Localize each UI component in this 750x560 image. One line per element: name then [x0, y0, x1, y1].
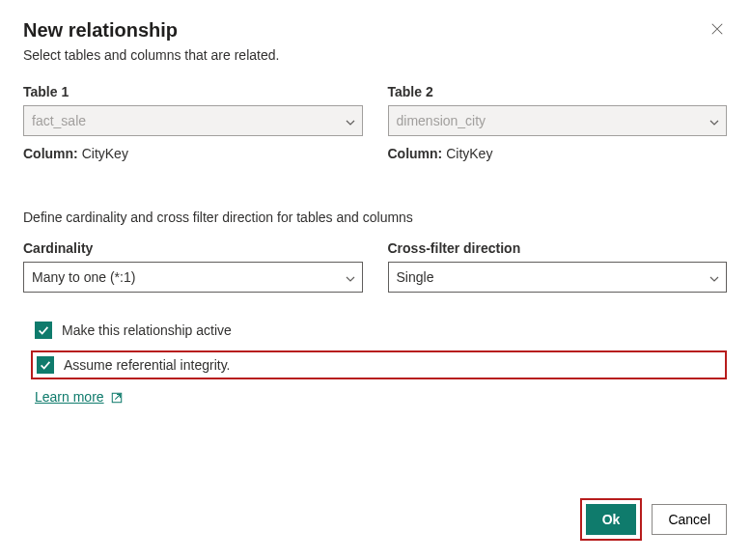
cardinality-label: Cardinality: [23, 240, 363, 256]
cross-filter-select[interactable]: [388, 262, 728, 293]
cardinality-select[interactable]: [23, 262, 363, 293]
cross-filter-column: Cross-filter direction: [388, 240, 728, 293]
table2-select[interactable]: [388, 105, 728, 136]
table2-column: Table 2 Column: CityKey: [388, 84, 728, 161]
table2-column-label: Column:: [388, 146, 443, 161]
table1-column-label: Column:: [23, 146, 78, 161]
table2-column-row: Column: CityKey: [388, 146, 728, 161]
cardinality-column: Cardinality: [23, 240, 363, 293]
learn-more-link[interactable]: Learn more: [35, 389, 104, 405]
cross-filter-select-wrap: [388, 262, 728, 293]
dialog-subtitle: Select tables and columns that are relat…: [23, 47, 727, 63]
assume-ri-row: Assume referential integrity.: [37, 356, 230, 374]
relationship-selectors: Cardinality Cross-filter direction: [23, 240, 727, 293]
ok-button[interactable]: Ok: [586, 504, 637, 535]
table-selectors: Table 1 Column: CityKey Table 2 Column: …: [23, 84, 727, 161]
close-button[interactable]: [708, 19, 727, 39]
assume-ri-label: Assume referential integrity.: [64, 357, 230, 373]
dialog-title: New relationship: [23, 19, 178, 42]
table1-select-wrap: [23, 105, 363, 136]
cardinality-select-wrap: [23, 262, 363, 293]
ok-highlight: Ok: [580, 498, 643, 541]
table2-select-wrap: [388, 105, 728, 136]
table1-column-value: CityKey: [82, 146, 128, 161]
table1-select[interactable]: [23, 105, 363, 136]
close-icon: [710, 22, 724, 36]
relationship-section-text: Define cardinality and cross filter dire…: [23, 210, 727, 225]
external-link-icon: [111, 392, 123, 404]
table1-label: Table 1: [23, 84, 363, 99]
assume-ri-highlight: Assume referential integrity.: [31, 350, 727, 379]
table1-column-row: Column: CityKey: [23, 146, 363, 161]
table2-label: Table 2: [388, 84, 728, 99]
new-relationship-dialog: New relationship Select tables and colum…: [0, 0, 750, 560]
make-active-checkbox[interactable]: [35, 322, 52, 339]
make-active-label: Make this relationship active: [62, 322, 232, 338]
assume-ri-checkbox[interactable]: [37, 356, 54, 374]
check-icon: [39, 358, 52, 372]
table1-column: Table 1 Column: CityKey: [23, 84, 363, 161]
dialog-footer: Ok Cancel: [580, 498, 727, 541]
cancel-button[interactable]: Cancel: [652, 504, 727, 535]
table2-column-value: CityKey: [446, 146, 492, 161]
cross-filter-label: Cross-filter direction: [388, 240, 728, 256]
dialog-header: New relationship: [23, 19, 727, 42]
learn-more-row: Learn more: [35, 389, 727, 405]
make-active-row: Make this relationship active: [35, 322, 727, 339]
check-icon: [37, 323, 50, 337]
